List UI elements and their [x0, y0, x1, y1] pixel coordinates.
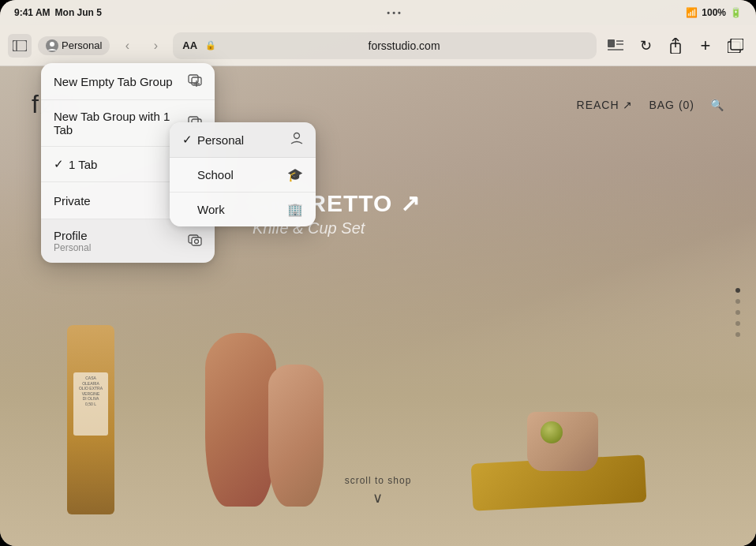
- scroll-cta: scroll to shop ∨: [345, 475, 412, 507]
- sidebar-button[interactable]: [8, 34, 32, 58]
- tabs-button[interactable]: [723, 33, 748, 58]
- status-left: 9:41 AM Mon Jun 5: [14, 7, 102, 18]
- svg-point-2: [50, 42, 54, 47]
- new-tab-group-with-tab-label: New Tab Group with 1 Tab: [54, 110, 188, 136]
- school-label: School: [197, 168, 287, 181]
- status-date: Mon Jun 5: [55, 7, 102, 18]
- status-bar: 9:41 AM Mon Jun 5 • • • 📶 100% 🔋: [0, 0, 756, 25]
- profile-switch-icon: [188, 233, 202, 250]
- battery-level: 100%: [702, 7, 726, 18]
- nav-search[interactable]: 🔍: [710, 99, 724, 111]
- bottle-label: CASA OLEARIAOLIO EXTRA VERGINEDI OLIVA0,…: [73, 372, 108, 436]
- svg-rect-3: [608, 39, 615, 47]
- svg-point-21: [294, 133, 300, 139]
- vase-decoration: [205, 333, 276, 507]
- profile-pill[interactable]: Personal: [38, 36, 110, 55]
- toolbar-actions: ↻ +: [603, 33, 748, 58]
- status-right: 📶 100% 🔋: [686, 7, 742, 18]
- profile-row: Profile Personal: [54, 229, 91, 253]
- profile-work-item[interactable]: ✓ Work 🏢: [170, 193, 316, 226]
- share-button[interactable]: [663, 33, 688, 58]
- back-button[interactable]: ‹: [116, 35, 138, 57]
- ipad-frame: CASA OLEARIAOLIO EXTRA VERGINEDI OLIVA0,…: [0, 0, 756, 546]
- checkmark-icon: ✓: [54, 157, 64, 171]
- new-empty-tab-group-item[interactable]: New Empty Tab Group: [41, 63, 215, 100]
- status-center: • • •: [387, 8, 401, 17]
- dot-2: [735, 299, 740, 304]
- scroll-arrow-icon: ∨: [345, 489, 412, 507]
- status-time: 9:41 AM: [14, 7, 51, 18]
- dot-1: [735, 288, 740, 293]
- dot-5: [735, 332, 740, 337]
- profile-school-item[interactable]: ✓ School 🎓: [170, 158, 316, 193]
- new-empty-tab-group-icon: [188, 73, 202, 90]
- url-display: forsstudio.com: [221, 39, 587, 52]
- nav-reach[interactable]: REACH ↗: [577, 99, 634, 111]
- work-label: Work: [197, 203, 287, 216]
- personal-label: Personal: [197, 133, 290, 147]
- personal-profile-icon: [290, 132, 303, 148]
- wifi-icon: 📶: [686, 7, 698, 18]
- browser-toolbar: Personal ‹ › AA 🔒 forsstudio.com ↻ +: [0, 25, 756, 66]
- status-dots: • • •: [387, 8, 401, 17]
- svg-rect-0: [13, 40, 27, 51]
- new-tab-button[interactable]: +: [693, 33, 718, 58]
- profile-avatar-icon: [46, 39, 58, 52]
- school-profile-icon: 🎓: [287, 167, 303, 182]
- profile-menu-label: Profile: [54, 229, 88, 242]
- address-bar[interactable]: AA 🔒 forsstudio.com: [173, 32, 597, 59]
- vase2-decoration: [268, 365, 324, 507]
- work-profile-icon: 🏢: [287, 202, 303, 217]
- nav-bag[interactable]: BAG (0): [649, 99, 694, 111]
- reload-button[interactable]: ↻: [633, 33, 658, 58]
- battery-icon: 🔋: [730, 7, 742, 18]
- olive-decoration: [541, 421, 563, 443]
- cup-decoration: [527, 412, 598, 471]
- profile-menu-sub: Personal: [54, 242, 91, 253]
- reader-mode-button[interactable]: AA: [182, 39, 197, 51]
- personal-check: ✓: [182, 133, 193, 147]
- site-nav: REACH ↗ BAG (0) 🔍: [577, 99, 724, 111]
- reader-view-button[interactable]: [603, 33, 628, 58]
- pagination-dots: [735, 288, 740, 337]
- dot-4: [735, 321, 740, 326]
- svg-rect-10: [731, 39, 743, 50]
- new-empty-tab-group-label: New Empty Tab Group: [54, 75, 188, 88]
- dot-3: [735, 310, 740, 315]
- svg-rect-19: [192, 237, 201, 245]
- profile-submenu: ✓ Personal ✓ School 🎓 ✓ Work 🏢: [170, 122, 316, 226]
- profile-personal-item[interactable]: ✓ Personal: [170, 122, 316, 158]
- lock-icon: 🔒: [205, 40, 216, 50]
- forward-button[interactable]: ›: [144, 35, 167, 57]
- profile-name-label: Personal: [62, 39, 102, 51]
